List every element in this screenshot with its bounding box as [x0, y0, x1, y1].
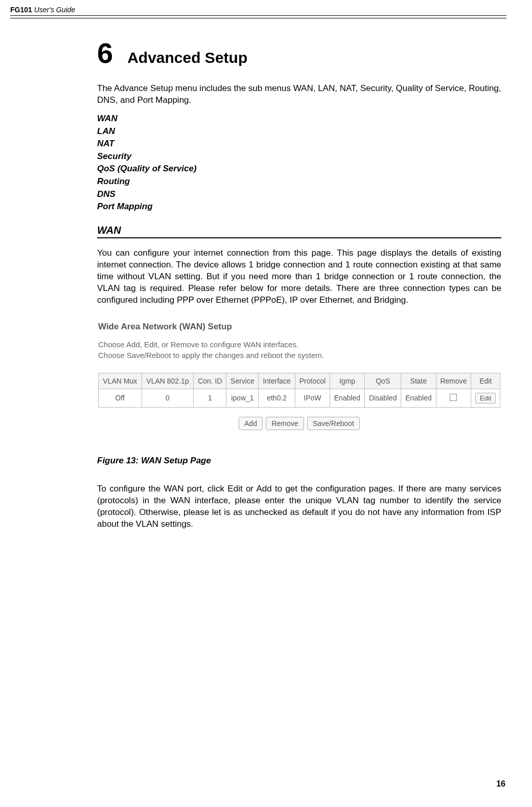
td-state: Enabled: [401, 389, 436, 407]
td-igmp: Enabled: [330, 389, 364, 407]
td-vlan-8021p: 0: [142, 389, 194, 407]
save-reboot-button[interactable]: Save/Reboot: [307, 417, 360, 430]
menu-item-lan: LAN: [97, 125, 501, 138]
th-vlan-mux: VLAN Mux: [99, 373, 142, 389]
menu-list: WAN LAN NAT Security QoS (Quality of Ser…: [97, 113, 501, 213]
menu-item-qos: QoS (Quality of Service): [97, 163, 501, 175]
wan-heading-wrap: WAN: [97, 225, 501, 238]
page-number: 16: [496, 779, 505, 789]
chapter-heading: 6 Advanced Setup: [97, 39, 501, 68]
th-service: Service: [226, 373, 259, 389]
td-edit: Edit: [471, 389, 500, 407]
figure-caption: Figure 13: WAN Setup Page: [97, 456, 501, 466]
th-state: State: [401, 373, 436, 389]
remove-checkbox[interactable]: [450, 394, 457, 401]
th-edit: Edit: [471, 373, 500, 389]
menu-item-portmapping: Port Mapping: [97, 200, 501, 213]
wan-para2: To configure the WAN port, click Edit or…: [97, 483, 501, 530]
th-interface: Interface: [259, 373, 295, 389]
wan-para1: You can configure your internet connecti…: [97, 248, 501, 306]
intro-paragraph: The Advance Setup menu includes the sub …: [97, 83, 501, 106]
th-vlan-8021p: VLAN 802.1p: [142, 373, 194, 389]
table-header-row: VLAN Mux VLAN 802.1p Con. ID Service Int…: [99, 373, 500, 389]
wan-heading: WAN: [97, 225, 501, 237]
menu-item-security: Security: [97, 150, 501, 163]
th-qos: QoS: [365, 373, 401, 389]
header-text: FG101 User's Guide: [10, 6, 75, 14]
td-interface: eth0.2: [259, 389, 295, 407]
header-product: FG101: [10, 6, 32, 14]
td-vlan-mux: Off: [99, 389, 142, 407]
ss-info-line2: Choose Save/Reboot to apply the changes …: [98, 350, 500, 361]
th-protocol: Protocol: [295, 373, 330, 389]
wan-table: VLAN Mux VLAN 802.1p Con. ID Service Int…: [98, 373, 500, 408]
button-row: Add Remove Save/Reboot: [98, 417, 500, 430]
header-doc: User's Guide: [34, 6, 75, 14]
menu-item-nat: NAT: [97, 138, 501, 150]
edit-row-button[interactable]: Edit: [475, 393, 496, 404]
chapter-title: Advanced Setup: [127, 49, 247, 66]
remove-button[interactable]: Remove: [266, 417, 304, 430]
td-protocol: IPoW: [295, 389, 330, 407]
ss-title: Wide Area Network (WAN) Setup: [98, 322, 500, 332]
menu-item-wan: WAN: [97, 113, 501, 125]
content-area: 6 Advanced Setup The Advance Setup menu …: [97, 39, 501, 530]
chapter-number: 6: [97, 39, 113, 68]
menu-item-dns: DNS: [97, 188, 501, 201]
header-subrule: [10, 18, 506, 18]
th-igmp: Igmp: [330, 373, 364, 389]
menu-item-routing: Routing: [97, 175, 501, 188]
th-remove: Remove: [436, 373, 471, 389]
table-row: Off 0 1 ipow_1 eth0.2 IPoW Enabled Disab…: [99, 389, 500, 407]
td-service: ipow_1: [226, 389, 259, 407]
th-con-id: Con. ID: [194, 373, 226, 389]
td-remove: [436, 389, 471, 407]
td-qos: Disabled: [365, 389, 401, 407]
td-con-id: 1: [194, 389, 226, 407]
add-button[interactable]: Add: [239, 417, 263, 430]
wan-screenshot: Wide Area Network (WAN) Setup Choose Add…: [97, 318, 501, 440]
ss-info: Choose Add, Edit, or Remove to configure…: [98, 339, 500, 361]
header-rule: FG101 User's Guide: [10, 5, 506, 16]
ss-info-line1: Choose Add, Edit, or Remove to configure…: [98, 339, 500, 350]
